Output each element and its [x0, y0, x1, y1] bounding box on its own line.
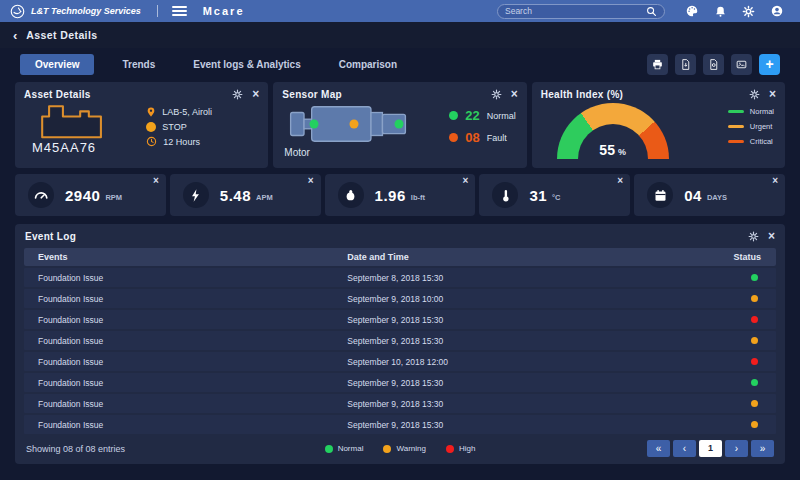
- topbar-divider: [157, 5, 158, 17]
- tab-event-logs-analytics[interactable]: Event logs & Analytics: [193, 59, 300, 70]
- tab-comparison[interactable]: Comparison: [339, 59, 397, 70]
- pagination-first-button[interactable]: «: [647, 440, 670, 457]
- event-table-header: Events Date and Time Status: [24, 248, 776, 266]
- app-title: Mcare: [203, 5, 245, 17]
- asset-id: M45AA76: [32, 140, 146, 155]
- metric-value: 31: [529, 187, 547, 204]
- tab-trends[interactable]: Trends: [122, 59, 155, 70]
- tile-close-icon[interactable]: ×: [153, 176, 159, 186]
- sensor-dot-normal-left: [309, 120, 318, 129]
- status-dot: [751, 379, 758, 386]
- metric-value: 5.48: [220, 187, 251, 204]
- motor-diagram: [286, 102, 411, 146]
- event-name: Foundation Issue: [24, 378, 347, 388]
- metric-tile-days: × 04 DAYS: [634, 174, 785, 216]
- table-row: Foundation Issue September 9, 2018 15:30: [24, 331, 776, 350]
- export-image-button[interactable]: [731, 54, 752, 75]
- lnt-logo-icon: [10, 4, 25, 19]
- event-datetime: September 9, 2018 15:30: [347, 378, 706, 388]
- search-icon[interactable]: [646, 6, 657, 17]
- user-profile-icon[interactable]: [770, 4, 784, 18]
- fault-label: Fault: [487, 133, 507, 143]
- pagination-next-button[interactable]: ›: [725, 440, 748, 457]
- status-dot: [751, 358, 758, 365]
- card-close-icon[interactable]: ×: [768, 230, 775, 242]
- add-widget-button[interactable]: +: [759, 54, 780, 75]
- metric-unit: DAYS: [707, 193, 727, 202]
- metric-tile-temperature: × 31 °C: [479, 174, 630, 216]
- event-datetime: September 10, 2018 12:00: [347, 357, 706, 367]
- metric-unit: RPM: [105, 193, 122, 202]
- bolt-icon: [188, 188, 203, 203]
- event-name: Foundation Issue: [24, 357, 347, 367]
- print-button[interactable]: [647, 54, 668, 75]
- card-close-icon[interactable]: ×: [511, 88, 518, 100]
- legend-warning: Warning: [383, 444, 426, 453]
- column-datetime: Date and Time: [347, 252, 706, 262]
- pagination-page-number[interactable]: 1: [699, 440, 722, 457]
- location-pin-icon: [146, 106, 156, 118]
- tile-close-icon[interactable]: ×: [463, 176, 469, 186]
- legend-item-urgent: Urgent: [728, 122, 774, 131]
- event-log-title: Event Log: [25, 231, 76, 242]
- search-input[interactable]: [505, 6, 646, 16]
- event-datetime: September 9, 2018 15:30: [347, 420, 706, 430]
- card-title: Asset Details: [24, 89, 91, 100]
- file-report-icon: [707, 58, 720, 71]
- normal-count: 22: [465, 108, 479, 123]
- column-events: Events: [24, 252, 347, 262]
- tab-overview[interactable]: Overview: [20, 54, 94, 75]
- cards-row: Asset Details × M45AA76: [0, 80, 800, 168]
- metric-tile-rpm: × 2940 RPM: [15, 174, 166, 216]
- page-title: Asset Details: [26, 29, 97, 41]
- export-report-button[interactable]: [703, 54, 724, 75]
- table-row: Foundation Issue September 8, 2018 15:30: [24, 268, 776, 287]
- speedometer-icon: [33, 187, 49, 203]
- status-dot: [751, 337, 758, 344]
- sensor-dot-fault-center: [349, 120, 358, 129]
- status-dot: [751, 316, 758, 323]
- metric-unit: lb-ft: [411, 193, 425, 202]
- brand-name: L&T Technology Services: [31, 6, 141, 16]
- notifications-bell-icon[interactable]: [714, 5, 727, 18]
- event-datetime: September 9, 2018 13:30: [347, 399, 706, 409]
- fault-dot: [449, 133, 458, 142]
- card-settings-gear-icon[interactable]: [491, 89, 502, 100]
- tabs-bar: Overview Trends Event logs & Analytics C…: [0, 48, 800, 80]
- tile-close-icon[interactable]: ×: [772, 176, 778, 186]
- card-settings-gear-icon[interactable]: [749, 89, 760, 100]
- thermometer-icon: [498, 188, 513, 203]
- search-box[interactable]: [497, 4, 665, 19]
- event-datetime: September 8, 2018 15:30: [347, 273, 706, 283]
- card-settings-gear-icon[interactable]: [748, 231, 759, 242]
- table-row: Foundation Issue September 9, 2018 15:30: [24, 310, 776, 329]
- event-datetime: September 9, 2018 15:30: [347, 336, 706, 346]
- event-name: Foundation Issue: [24, 273, 347, 283]
- theme-palette-icon[interactable]: [685, 4, 699, 18]
- pagination-last-button[interactable]: »: [751, 440, 774, 457]
- printer-icon: [651, 58, 664, 71]
- event-name: Foundation Issue: [24, 399, 347, 409]
- asset-status: STOP: [146, 122, 212, 132]
- legend-high: High: [446, 444, 475, 453]
- sensor-dot-normal-right: [394, 120, 403, 129]
- topbar: L&T Technology Services Mcare: [0, 0, 800, 22]
- card-close-icon[interactable]: ×: [769, 88, 776, 100]
- event-table-body: Foundation Issue September 8, 2018 15:30…: [24, 266, 776, 434]
- card-settings-gear-icon[interactable]: [232, 89, 243, 100]
- status-dot: [751, 274, 758, 281]
- card-close-icon[interactable]: ×: [252, 88, 259, 100]
- settings-gear-icon[interactable]: [742, 5, 755, 18]
- fault-count: 08: [465, 130, 479, 145]
- pagination-prev-button[interactable]: ‹: [673, 440, 696, 457]
- pagination: « ‹ 1 › »: [475, 440, 774, 457]
- metric-tile-current: × 5.48 APM: [170, 174, 321, 216]
- file-download-icon: [679, 58, 692, 71]
- export-pdf-button[interactable]: [675, 54, 696, 75]
- back-chevron-icon[interactable]: ‹: [13, 29, 17, 42]
- tile-close-icon[interactable]: ×: [617, 176, 623, 186]
- tile-close-icon[interactable]: ×: [308, 176, 314, 186]
- status-dot: [751, 400, 758, 407]
- hamburger-menu-icon[interactable]: [172, 6, 187, 16]
- metric-value: 1.96: [375, 187, 406, 204]
